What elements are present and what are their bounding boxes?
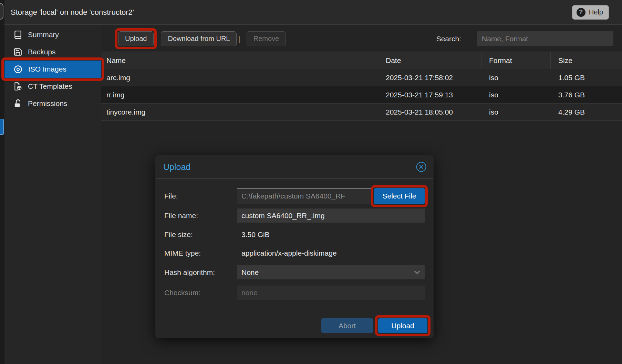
filename-label: File name:	[164, 212, 237, 220]
hash-selected-value: None	[241, 268, 259, 277]
floppy-icon	[13, 47, 22, 56]
mime-label: MIME type:	[164, 249, 237, 257]
sidebar-item-summary[interactable]: Summary	[4, 26, 101, 43]
file-label: File:	[164, 192, 237, 200]
dialog-body: File: Select File File name: File size: …	[156, 179, 433, 313]
package-icon	[13, 82, 22, 91]
panel-header: Storage 'local' on node 'constructor2' ?…	[4, 0, 622, 25]
sidebar-item-label: ISO Images	[28, 65, 66, 73]
book-icon	[13, 30, 22, 39]
dialog-upload-button[interactable]: Upload	[378, 318, 427, 333]
sidebar-item-label: Backups	[28, 48, 56, 56]
toolbar-separator: |	[237, 34, 246, 44]
cell-name: rr.img	[101, 86, 378, 103]
cell-date: 2025-03-21 18:05:00	[378, 104, 481, 120]
file-path-input[interactable]	[237, 188, 371, 204]
sidebar-item-backups[interactable]: Backups	[4, 43, 101, 61]
hash-label: Hash algorithm:	[164, 268, 237, 277]
table-row[interactable]: arc.img 2025-03-21 17:58:02 iso 1.05 GB	[101, 69, 622, 86]
mime-row: MIME type: application/x-apple-diskimage	[164, 249, 425, 257]
collapsed-panel-strip	[0, 0, 4, 364]
close-icon[interactable]	[416, 161, 427, 172]
table-row[interactable]: tinycore.img 2025-03-21 18:05:00 iso 4.2…	[101, 104, 622, 121]
toolbar: Upload Download from URL | Remove Search…	[101, 25, 622, 52]
sidebar-item-label: Permissions	[28, 99, 67, 108]
page-title: Storage 'local' on node 'constructor2'	[11, 8, 134, 17]
filename-field-row: File name:	[164, 208, 425, 223]
filesize-row: File size: 3.50 GiB	[164, 231, 425, 239]
hash-field-row: Hash algorithm: None	[164, 265, 425, 279]
search-input[interactable]	[477, 31, 613, 46]
cell-format: iso	[481, 69, 551, 86]
dialog-header: Upload	[155, 155, 434, 179]
unlock-icon	[13, 99, 22, 108]
column-header-size[interactable]: Size	[551, 52, 622, 69]
file-table: Name Date Format Size arc.img 2025-03-21…	[101, 52, 622, 121]
table-row[interactable]: rr.img 2025-03-21 17:59:13 iso 3.76 GB	[101, 86, 622, 104]
checksum-input[interactable]	[237, 286, 425, 300]
dialog-title: Upload	[163, 162, 190, 172]
question-icon: ?	[577, 8, 585, 17]
dialog-footer: Abort Upload	[155, 313, 434, 338]
cell-size: 1.05 GB	[551, 69, 622, 86]
mime-value: application/x-apple-diskimage	[237, 249, 337, 257]
collapsed-selection-edge	[0, 119, 4, 135]
help-button[interactable]: ? Help	[572, 5, 609, 20]
cell-size: 4.29 GB	[551, 104, 622, 120]
sidebar-item-iso-images[interactable]: ISO Images	[4, 61, 101, 78]
column-header-format[interactable]: Format	[481, 52, 551, 69]
search-label: Search:	[436, 35, 461, 43]
proxmox-storage-page: Storage 'local' on node 'constructor2' ?…	[0, 0, 622, 364]
sidebar-item-permissions[interactable]: Permissions	[4, 95, 101, 112]
checksum-field-row: Checksum:	[164, 286, 425, 300]
remove-button[interactable]: Remove	[247, 31, 286, 46]
filesize-label: File size:	[164, 231, 237, 239]
upload-dialog: Upload File: Select File File name: File…	[155, 155, 434, 338]
upload-button[interactable]: Upload	[118, 31, 154, 46]
sidebar: Summary Backups ISO Images CT Templates	[4, 25, 101, 364]
hash-algorithm-select[interactable]: None	[237, 265, 425, 279]
cell-date: 2025-03-21 17:59:13	[378, 86, 481, 103]
sidebar-item-label: CT Templates	[28, 82, 72, 90]
chevron-down-icon	[414, 270, 420, 274]
column-header-date[interactable]: Date	[378, 52, 481, 69]
cell-name: arc.img	[101, 69, 378, 86]
checksum-label: Checksum:	[164, 289, 237, 297]
disc-icon	[13, 65, 23, 74]
select-file-button[interactable]: Select File	[374, 188, 425, 204]
help-button-label: Help	[589, 8, 603, 16]
cell-name: tinycore.img	[101, 104, 378, 120]
cell-date: 2025-03-21 17:58:02	[378, 69, 481, 86]
sidebar-item-ct-templates[interactable]: CT Templates	[4, 78, 101, 95]
download-from-url-button[interactable]: Download from URL	[161, 31, 237, 46]
file-field-row: File: Select File	[164, 188, 425, 204]
cell-format: iso	[481, 104, 551, 120]
filesize-value: 3.50 GiB	[237, 231, 270, 239]
cell-size: 3.76 GB	[551, 86, 622, 103]
table-header-row: Name Date Format Size	[101, 52, 622, 69]
cell-format: iso	[481, 86, 551, 103]
filename-input[interactable]	[237, 208, 425, 223]
column-header-name[interactable]: Name	[101, 52, 378, 69]
abort-button[interactable]: Abort	[321, 318, 373, 333]
sidebar-item-label: Summary	[28, 31, 59, 39]
collapsed-panel-edge	[0, 3, 3, 20]
